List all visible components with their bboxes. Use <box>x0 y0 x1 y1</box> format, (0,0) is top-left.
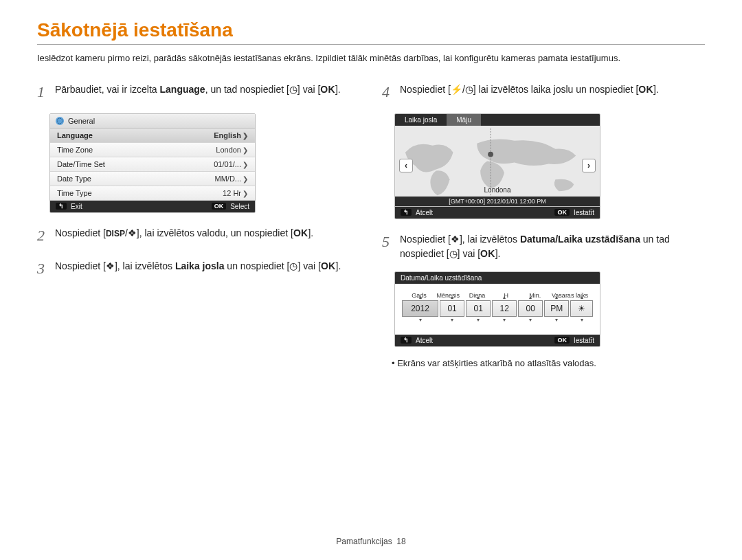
ok-key-icon: OK <box>554 337 570 344</box>
gear-icon <box>56 117 64 125</box>
timer-icon: ◷ <box>289 259 297 274</box>
note-text: Ekrāns var atšķirties atkarībā no atlasī… <box>392 358 705 368</box>
step-number: 4 <box>382 80 400 104</box>
timer-icon: ◷ <box>289 82 297 98</box>
timer-icon: ◷ <box>449 247 458 262</box>
ok-icon: OK <box>320 84 335 95</box>
back-icon: ↰ <box>56 203 67 210</box>
ok-icon: OK <box>293 227 308 238</box>
nav-right-button[interactable]: › <box>582 159 596 172</box>
back-icon: ↰ <box>401 209 412 216</box>
step-number: 5 <box>382 230 400 262</box>
timezone-screen: Laika josla Māju ‹ › Londona [GMT+00:00] <box>394 113 600 219</box>
timer-icon: ◷ <box>465 82 473 98</box>
datetime-footer: ↰ Atcelt OK Iestatīt <box>395 335 600 346</box>
macro-icon: ❖ <box>451 232 460 247</box>
step-number: 2 <box>37 224 55 247</box>
hour-cell[interactable]: ▴12▾ <box>492 300 517 317</box>
ampm-cell[interactable]: ▴PM▾ <box>544 300 569 317</box>
step-5: 5 Nospiediet [❖], lai izvēlētos Datuma/L… <box>382 230 705 262</box>
disp-icon: DISP <box>106 229 125 238</box>
timezone-tabs: Laika josla Māju <box>395 114 600 126</box>
step-2-text: Nospiediet [DISP/❖], lai izvēlētos valod… <box>55 224 313 247</box>
step-2: 2 Nospiediet [DISP/❖], lai izvēlētos val… <box>37 224 360 247</box>
day-cell[interactable]: ▴01▾ <box>466 300 491 317</box>
nav-left-button[interactable]: ‹ <box>399 159 413 172</box>
ok-icon: OK <box>321 260 336 271</box>
gmt-label: [GMT+00:00] 2012/01/01 12:00 PM <box>395 197 600 206</box>
dst-icon: ☀ <box>578 304 585 313</box>
step-4-text: Nospiediet [⚡/◷] lai izvēlētos laika jos… <box>400 80 659 104</box>
datetime-title: Datuma/Laika uzstādīšana <box>395 272 600 284</box>
ok-key-icon: OK <box>554 209 570 216</box>
datetime-screen: Datuma/Laika uzstādīšana Gads Mēnesis Di… <box>394 271 600 347</box>
step-5-text: Nospiediet [❖], lai izvēlētos Datuma/Lai… <box>400 230 705 262</box>
svg-point-2 <box>488 151 493 157</box>
step-1-text: Pārbaudiet, vai ir izcelta Language, un … <box>55 80 341 104</box>
tab-home[interactable]: Māju <box>447 114 481 126</box>
location-label: Londona <box>395 186 600 194</box>
year-cell[interactable]: ▴2012▾ <box>402 300 438 317</box>
page-footer: Pamatfunkcijas 18 <box>0 537 742 546</box>
left-column: 1 Pārbaudiet, vai ir izcelta Language, u… <box>37 80 360 368</box>
right-column: 4 Nospiediet [⚡/◷] lai izvēlētos laika j… <box>382 80 705 368</box>
step-3-text: Nospiediet [❖], lai izvēlētos Laika josl… <box>55 257 341 280</box>
tab-timezone[interactable]: Laika josla <box>395 114 447 126</box>
page-title: Sākotnējā iestatīšana <box>37 19 705 45</box>
month-cell[interactable]: ▴01▾ <box>440 300 464 317</box>
step-3: 3 Nospiediet [❖], lai izvēlētos Laika jo… <box>37 257 360 280</box>
menu-row-language[interactable]: Language English❯ <box>50 128 255 143</box>
macro-icon: ❖ <box>128 226 137 241</box>
menu-header: General <box>50 114 255 128</box>
step-1: 1 Pārbaudiet, vai ir izcelta Language, u… <box>37 80 360 104</box>
menu-row-timezone[interactable]: Time Zone London❯ <box>50 143 255 157</box>
timezone-footer: ↰ Atcelt OK Iestatīt <box>395 207 600 219</box>
back-icon: ↰ <box>401 337 412 344</box>
content-columns: 1 Pārbaudiet, vai ir izcelta Language, u… <box>37 80 705 368</box>
step-number: 1 <box>37 80 55 104</box>
menu-row-timetype[interactable]: Time Type 12 Hr❯ <box>50 186 255 201</box>
datetime-row: ▴2012▾ ▴01▾ ▴01▾ ▴12▾ ▴00▾ ▴PM▾ ▴☀▾ <box>402 300 593 317</box>
minute-cell[interactable]: ▴00▾ <box>518 300 543 317</box>
intro-text: Ieslēdzot kameru pirmo reizi, parādās sā… <box>37 52 705 65</box>
world-map: ‹ › Londona [GMT+00:00] 2012/01/01 12:00… <box>395 126 600 207</box>
step-number: 3 <box>37 257 55 280</box>
world-map-svg <box>395 126 600 206</box>
menu-row-datetime[interactable]: Date/Time Set 01/01/...❯ <box>50 157 255 172</box>
dst-cell[interactable]: ▴☀▾ <box>570 300 593 317</box>
macro-icon: ❖ <box>106 259 115 274</box>
step-4: 4 Nospiediet [⚡/◷] lai izvēlētos laika j… <box>382 80 705 104</box>
ok-key-icon: OK <box>212 203 227 210</box>
settings-menu-screen: General Language English❯ Time Zone Lond… <box>49 113 256 213</box>
ok-icon: OK <box>638 84 653 95</box>
menu-footer: ↰ Exit OK Select <box>50 201 255 212</box>
ok-icon: OK <box>480 248 495 259</box>
menu-row-datetype[interactable]: Date Type MM/D...❯ <box>50 172 255 186</box>
flash-icon: ⚡ <box>451 82 462 98</box>
